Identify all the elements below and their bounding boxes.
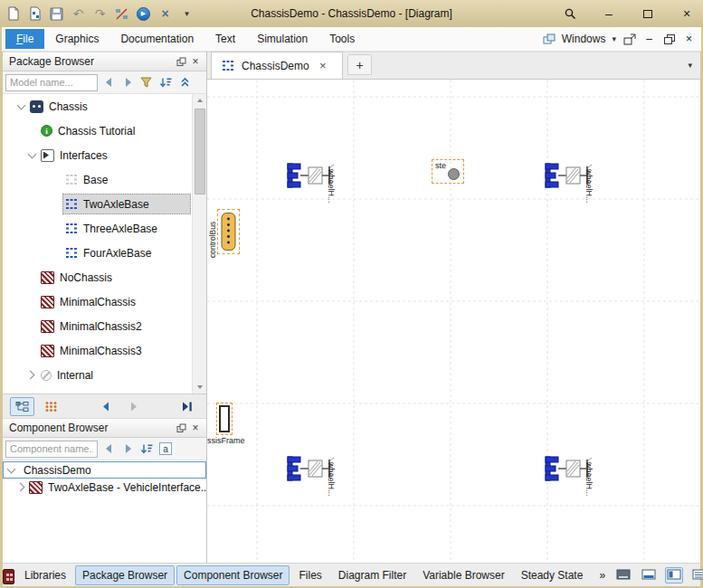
statusbar-steady-state-button[interactable]: Steady State <box>514 565 591 585</box>
tree-item-chassisdemo[interactable]: ChassisDemo <box>3 461 206 479</box>
statusbar-diagram-filter-button[interactable]: Diagram Filter <box>331 565 413 585</box>
tree-item-chassis[interactable]: Chassis <box>3 94 206 119</box>
simulate-button[interactable]: ▶ <box>136 6 151 22</box>
component-browser-header: Component Browser × <box>3 418 206 438</box>
redo-button[interactable]: ↷ <box>92 6 108 22</box>
save-icon <box>50 7 63 21</box>
layout-dark-monitor-button[interactable] <box>614 567 632 583</box>
panel-title: Package Browser <box>9 55 94 68</box>
icon-view-button[interactable] <box>38 397 62 416</box>
tab-close-button[interactable]: × <box>317 59 329 72</box>
dark-monitor-icon <box>616 569 631 581</box>
tree-item-twoaxlebase[interactable]: TwoAxleBase <box>3 192 206 216</box>
menu-documentation[interactable]: Documentation <box>109 29 204 49</box>
sort-button[interactable] <box>138 441 155 457</box>
chevron-right-icon[interactable] <box>14 480 29 495</box>
statusbar-package-browser-button[interactable]: Package Browser <box>75 565 175 585</box>
filter-button[interactable] <box>138 74 155 90</box>
tree-item-base[interactable]: Base <box>3 167 206 192</box>
toolbar-overflow-button[interactable]: ▾ <box>179 6 195 22</box>
base-model-icon <box>64 174 78 186</box>
chevron-down-icon[interactable] <box>4 463 18 478</box>
tree-item-nochassis[interactable]: NoChassis <box>3 265 206 289</box>
menu-graphics[interactable]: Graphics <box>44 29 109 49</box>
close-window-button[interactable]: × <box>679 6 694 21</box>
statusbar-variable-browser-button[interactable]: Variable Browser <box>415 565 511 585</box>
maximize-button[interactable] <box>641 10 655 18</box>
component-search-input[interactable] <box>5 441 98 458</box>
new-file-button[interactable] <box>5 6 21 22</box>
open-model-button[interactable] <box>27 6 43 22</box>
component-wheelhub-rear-right[interactable]: wheelH... <box>544 452 598 485</box>
nav-back-button[interactable] <box>93 397 118 416</box>
statusbar-libraries-button[interactable]: Libraries <box>17 565 73 585</box>
nav-forward-button[interactable] <box>121 397 146 416</box>
chevron-down-icon[interactable] <box>24 148 39 163</box>
component-controlbus[interactable] <box>217 209 240 254</box>
search-forward-button[interactable] <box>119 441 136 457</box>
search-back-button[interactable] <box>100 441 117 457</box>
tab-chassisdemo[interactable]: ChassisDemo × <box>211 52 343 79</box>
tree-view-button[interactable] <box>10 397 34 416</box>
layout-list-button[interactable] <box>690 567 703 583</box>
scroll-up-button[interactable] <box>193 94 206 107</box>
minimize-button[interactable]: – <box>602 6 616 21</box>
undo-button[interactable]: ↶ <box>71 6 86 22</box>
tree-item-interfaces[interactable]: Interfaces <box>3 143 206 167</box>
menu-simulation[interactable]: Simulation <box>246 29 318 49</box>
chevron-right-icon[interactable] <box>24 368 39 383</box>
chevron-down-icon[interactable]: ▾ <box>612 34 616 43</box>
sort-button[interactable] <box>157 74 174 90</box>
statusbar-overflow-button[interactable]: » <box>592 565 613 585</box>
component-wheelhub-front-left[interactable]: wheelH... <box>286 159 340 192</box>
tree-item-threeaxlebase[interactable]: ThreeAxleBase <box>3 216 206 241</box>
search-button[interactable] <box>563 7 577 20</box>
scroll-down-button[interactable] <box>193 381 206 394</box>
alpha-filter-button[interactable]: a <box>157 441 174 457</box>
close-class-button[interactable]: × <box>157 6 173 22</box>
package-tree-scrollbar[interactable] <box>192 94 206 394</box>
mdi-minimize-button[interactable]: – <box>642 33 656 45</box>
menu-tools[interactable]: Tools <box>318 29 366 49</box>
close-panel-button[interactable]: × <box>188 54 203 69</box>
tree-item-chassis-tutorial[interactable]: iChassis Tutorial <box>3 119 206 143</box>
mdi-restore-button[interactable] <box>662 34 676 44</box>
collapse-all-button[interactable] <box>176 74 193 90</box>
tab-list-dropdown[interactable]: ▾ <box>688 61 692 70</box>
tree-item-fouraxlebase[interactable]: FourAxleBase <box>3 241 206 265</box>
diagram-canvas[interactable]: wheelH... wheelH... wheelH... wheelH... … <box>207 80 700 563</box>
component-steering[interactable]: ste <box>432 159 464 184</box>
statusbar-files-button[interactable]: Files <box>291 565 328 585</box>
float-panel-button[interactable] <box>174 54 188 69</box>
scrollbar-thumb[interactable] <box>195 109 205 194</box>
statusbar-component-browser-button[interactable]: Component Browser <box>176 565 290 585</box>
validate-button[interactable] <box>114 6 129 22</box>
tree-item-minimalchassis2[interactable]: MinimalChassis2 <box>3 314 206 338</box>
nav-last-button[interactable] <box>175 397 199 416</box>
search-forward-button[interactable] <box>119 74 136 90</box>
save-button[interactable] <box>49 6 64 22</box>
tree-item-minimalchassis3[interactable]: MinimalChassis3 <box>3 338 206 363</box>
tree-item-twoaxlebase-instance[interactable]: TwoAxleBase - VehicleInterface... <box>3 479 206 496</box>
arrow-right-icon <box>122 443 134 454</box>
arrow-right-icon <box>122 77 134 88</box>
model-search-input[interactable] <box>5 74 98 91</box>
tree-item-minimalchassis[interactable]: MinimalChassis <box>3 289 206 314</box>
layout-dock-bottom-button[interactable] <box>640 567 658 583</box>
component-chassisframe[interactable] <box>219 405 230 432</box>
new-tab-button[interactable]: + <box>347 54 372 75</box>
layout-dock-left-button[interactable] <box>665 567 683 583</box>
windows-menu[interactable]: Windows <box>562 33 606 45</box>
float-panel-button[interactable] <box>174 421 188 435</box>
menu-text[interactable]: Text <box>204 29 246 49</box>
mdi-close-button[interactable]: × <box>682 33 696 45</box>
tree-item-internal[interactable]: Internal <box>3 363 206 387</box>
maximize-icon <box>643 10 652 18</box>
component-wheelhub-front-right[interactable]: wheelH... <box>544 159 598 192</box>
undock-button[interactable] <box>622 33 636 45</box>
menu-file[interactable]: File <box>5 29 44 49</box>
search-back-button[interactable] <box>100 74 117 90</box>
close-panel-button[interactable]: × <box>188 421 203 435</box>
component-wheelhub-rear-left[interactable]: wheelH... <box>286 452 340 485</box>
chevron-down-icon[interactable] <box>14 100 28 114</box>
